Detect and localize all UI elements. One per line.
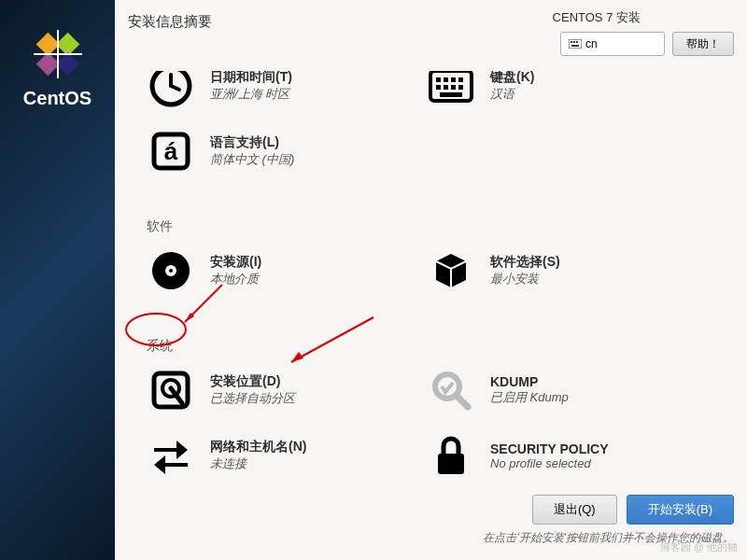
spoke-title: SECURITY POLICY [490, 441, 609, 456]
spoke-status: 已启用 Kdump [490, 389, 569, 406]
svg-rect-17 [451, 77, 456, 82]
spoke-title: 网络和主机名(N) [210, 439, 306, 455]
svg-rect-8 [573, 41, 575, 43]
content-area: 日期和时间(T) 亚洲/上海 时区 键盘(K) 汉语 á 语言支持(L) [115, 71, 747, 495]
spoke-title: KDUMP [490, 374, 569, 389]
quit-button[interactable]: 退出(Q) [532, 495, 617, 525]
spoke-title: 安装源(I) [210, 254, 261, 271]
spoke-software-selection[interactable]: 软件选择(S) 最小安装 [427, 246, 707, 295]
sidebar: CentOS [0, 0, 115, 560]
svg-rect-35 [438, 454, 464, 474]
sidebar-brand: CentOS [23, 88, 92, 109]
magnifier-icon [427, 366, 475, 414]
spoke-datetime[interactable]: 日期和时间(T) 亚洲/上海 时区 [147, 71, 427, 110]
spoke-status: 简体中文 (中国) [210, 151, 294, 168]
package-icon [427, 246, 475, 295]
spoke-title: 软件选择(S) [490, 254, 560, 271]
section-heading-system: 系统 [147, 338, 728, 355]
spoke-status: 已选择自动分区 [210, 390, 295, 407]
spoke-network[interactable]: 网络和主机名(N) 未连接 [147, 431, 427, 480]
footer: 退出(Q) 开始安装(B) 在点击'开始安装'按钮前我们并不会操作您的磁盘。 [115, 495, 747, 560]
spoke-keyboard[interactable]: 键盘(K) 汉语 [427, 71, 707, 110]
svg-rect-6 [569, 39, 582, 49]
spoke-status: 汉语 [490, 86, 534, 103]
spoke-install-source[interactable]: 安装源(I) 本地介质 [147, 246, 427, 295]
svg-rect-16 [444, 77, 448, 82]
svg-rect-20 [444, 85, 448, 90]
svg-line-13 [171, 86, 179, 90]
harddisk-icon [147, 366, 195, 414]
lock-icon [427, 431, 475, 480]
spoke-status: No profile selected [490, 456, 609, 470]
svg-rect-3 [55, 52, 78, 76]
installer-context: CENTOS 7 安装 [553, 9, 641, 26]
svg-rect-2 [35, 33, 59, 56]
spoke-status: 最小安装 [490, 271, 560, 287]
network-icon [147, 431, 195, 480]
svg-rect-15 [436, 77, 441, 82]
svg-rect-9 [576, 41, 578, 43]
svg-rect-7 [571, 41, 572, 43]
topbar: 安装信息摘要 CENTOS 7 安装 cn 帮助！ [115, 0, 747, 71]
svg-rect-23 [440, 92, 462, 97]
disc-icon [147, 246, 195, 295]
main-panel: 安装信息摘要 CENTOS 7 安装 cn 帮助！ 日期和时间(T) 亚洲/上海 [115, 0, 747, 560]
keyboard-icon [569, 39, 582, 49]
centos-logo-icon [32, 28, 84, 80]
spoke-status: 亚洲/上海 时区 [210, 86, 292, 103]
watermark: 博客园 @ 他的猫 [660, 540, 738, 554]
spoke-status: 未连接 [210, 455, 306, 472]
spoke-title: 语言支持(L) [210, 134, 294, 151]
svg-rect-21 [451, 85, 456, 90]
svg-point-28 [169, 269, 173, 273]
svg-rect-19 [436, 85, 441, 90]
svg-rect-10 [571, 45, 579, 47]
page-title: 安装信息摘要 [128, 9, 212, 71]
svg-rect-22 [458, 85, 463, 90]
svg-line-34 [457, 396, 468, 407]
language-icon: á [147, 127, 195, 175]
spoke-title: 安装位置(D) [210, 373, 295, 390]
spoke-kdump[interactable]: KDUMP 已启用 Kdump [427, 366, 707, 414]
spoke-language[interactable]: á 语言支持(L) 简体中文 (中国) [147, 127, 427, 175]
help-button[interactable]: 帮助！ [672, 32, 734, 56]
spoke-security-policy[interactable]: SECURITY POLICY No profile selected [427, 431, 707, 480]
keyboard-layout-label: cn [585, 37, 598, 50]
spoke-install-destination[interactable]: 安装位置(D) 已选择自动分区 [147, 366, 427, 414]
section-heading-software: 软件 [147, 218, 728, 235]
keyboard-large-icon [427, 71, 475, 110]
spoke-status: 本地介质 [210, 271, 261, 287]
begin-install-button[interactable]: 开始安装(B) [627, 495, 734, 525]
keyboard-layout-selector[interactable]: cn [560, 32, 665, 56]
svg-text:á: á [164, 137, 178, 165]
clock-icon [147, 71, 195, 110]
spoke-title: 键盘(K) [490, 71, 534, 86]
spoke-title: 日期和时间(T) [210, 71, 292, 86]
svg-rect-18 [458, 77, 463, 82]
